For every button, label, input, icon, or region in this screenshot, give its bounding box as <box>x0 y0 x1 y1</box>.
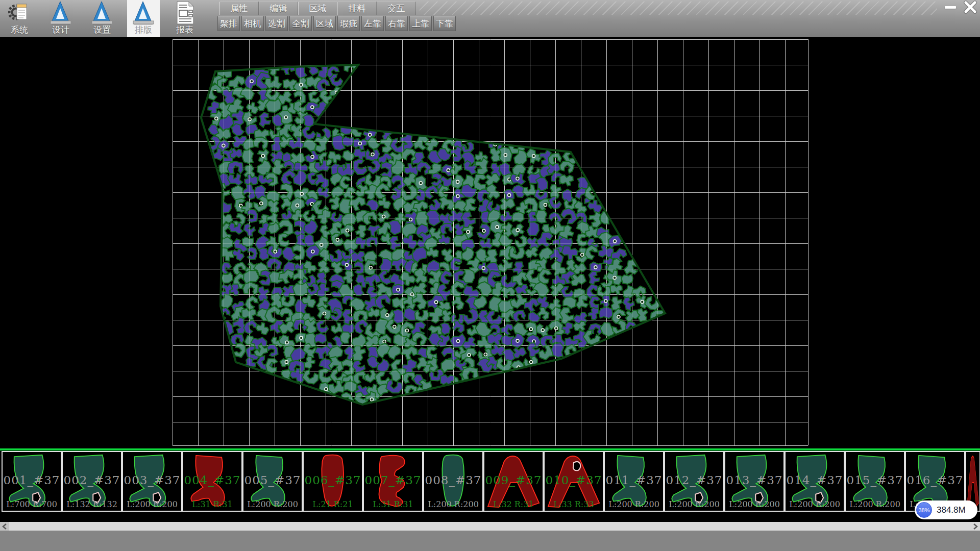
set-square-icon <box>91 1 113 24</box>
piece-label: 008_#37 <box>424 473 482 487</box>
main-button-settings[interactable]: 设置 <box>86 0 118 37</box>
bottom-filler-bar <box>0 531 980 551</box>
minimize-icon <box>945 6 956 9</box>
app-window: 系统 设计 设置 排版 报表 属性编辑区域排料交互 聚排相机选割全割区域瑕疵左靠… <box>0 0 980 551</box>
piece-thumbnail-12[interactable]: 012_#37 L:200 R:200 <box>664 451 724 512</box>
piece-label: 014_#37 <box>786 473 844 487</box>
memory-value: 384.8M <box>937 505 966 515</box>
piece-lr-count: L:200 R:200 <box>665 499 723 509</box>
horizontal-scrollbar[interactable] <box>0 522 980 531</box>
tool-button-3[interactable]: 选割 <box>265 16 288 31</box>
window-controls <box>943 0 979 14</box>
piece-label: 005_#37 <box>243 473 302 487</box>
chevron-right-icon <box>973 523 978 530</box>
menu-tab-row: 属性编辑区域排料交互 <box>219 2 416 15</box>
close-icon <box>963 1 978 14</box>
piece-thumbnail-9[interactable]: 009_#37 L:32 R:31 <box>483 451 544 512</box>
piece-lr-count: L:200 R:200 <box>605 499 663 509</box>
main-button-label: 报表 <box>176 24 193 36</box>
piece-thumbnail-4[interactable]: 004_#37 L:31 R:31 <box>182 451 242 512</box>
menu-tab-3[interactable]: 区域 <box>298 2 337 15</box>
menu-tab-2[interactable]: 编辑 <box>259 2 298 15</box>
percent-indicator: 38% <box>916 502 932 518</box>
tool-button-row: 聚排相机选割全割区域瑕疵左靠右靠上靠下靠 <box>217 16 456 31</box>
toolbar: 系统 设计 设置 排版 报表 属性编辑区域排料交互 聚排相机选割全割区域瑕疵左靠… <box>0 0 980 38</box>
piece-lr-count: L:200 R:200 <box>123 499 181 509</box>
piece-label: 016_#37 <box>906 473 964 487</box>
strip-top-line <box>0 448 980 450</box>
chevron-left-icon <box>2 523 7 530</box>
piece-lr-count: L:32 R:31 <box>484 499 543 509</box>
piece-lr-count: L:31 R:31 <box>364 499 422 509</box>
piece-thumbnail-11[interactable]: 011_#37 L:200 R:200 <box>604 451 664 512</box>
memory-status-badge: 38% 384.8M <box>915 500 977 519</box>
set-square-icon <box>50 1 72 24</box>
menu-tab-4[interactable]: 排料 <box>337 2 377 15</box>
piece-lr-count: L:132 R:132 <box>63 499 121 509</box>
piece-label: 007_#37 <box>364 473 422 487</box>
piece-label: 006_#37 <box>304 473 362 487</box>
tool-button-6[interactable]: 瑕疵 <box>337 16 360 31</box>
piece-thumbnail-2[interactable]: 002_#37 L:132 R:132 <box>62 451 122 512</box>
piece-thumbnail-7[interactable]: 007_#37 L:31 R:31 <box>363 451 423 512</box>
piece-label: 013_#37 <box>725 473 783 487</box>
menu-tab-1[interactable]: 属性 <box>219 2 259 15</box>
main-button-group: 系统 设计 设置 排版 报表 <box>3 0 201 37</box>
close-button[interactable] <box>962 0 979 14</box>
report-doc-icon <box>174 1 196 24</box>
main-button-label: 排版 <box>135 24 152 36</box>
piece-lr-count: L:200 R:200 <box>424 499 482 509</box>
piece-thumbnail-1[interactable]: 001_#37 L:700 R:700 <box>2 451 62 512</box>
piece-lr-count: L:200 R:200 <box>243 499 302 509</box>
tool-button-4[interactable]: 全割 <box>289 16 312 31</box>
piece-label: 012_#37 <box>665 473 723 487</box>
main-button-label: 设计 <box>52 24 69 36</box>
main-button-report[interactable]: 报表 <box>168 0 201 37</box>
gear-doc-icon <box>8 1 31 24</box>
tool-button-7[interactable]: 左靠 <box>361 16 384 31</box>
piece-thumbnail-10[interactable]: 010_#37 L:33 R:33 <box>544 451 604 512</box>
piece-label: 001_#37 <box>3 473 61 487</box>
scroll-right-button[interactable] <box>971 522 980 531</box>
piece-thumbnail-13[interactable]: 013_#37 L:200 R:200 <box>724 451 785 512</box>
titlebar-hatch-decoration <box>420 2 937 15</box>
tool-button-8[interactable]: 右靠 <box>385 16 408 31</box>
tool-button-10[interactable]: 下靠 <box>433 16 456 31</box>
piece-thumbnail-strip: 001_#37 L:700 R:700 002_#37 L:132 R:132 … <box>2 451 980 512</box>
tool-button-2[interactable]: 相机 <box>241 16 264 31</box>
main-button-layout[interactable]: 排版 <box>127 0 160 37</box>
piece-lr-count: L:31 R:31 <box>183 499 241 509</box>
menu-tab-5[interactable]: 交互 <box>377 2 416 15</box>
main-button-label: 系统 <box>11 24 28 36</box>
piece-label: 009_#37 <box>484 473 543 487</box>
piece-thumbnail-15[interactable]: 015_#37 L:200 R:200 <box>845 451 905 512</box>
piece-label: 003_#37 <box>123 473 181 487</box>
piece-lr-count: L:21 R:21 <box>304 499 362 509</box>
piece-label: 010_#37 <box>545 473 603 487</box>
piece-thumbnail-3[interactable]: 003_#37 L:200 R:200 <box>122 451 182 512</box>
piece-lr-count: L:700 R:700 <box>3 499 61 509</box>
piece-thumbnail-8[interactable]: 008_#37 L:200 R:200 <box>423 451 483 512</box>
piece-thumbnail-5[interactable]: 005_#37 L:200 R:200 <box>242 451 303 512</box>
main-button-system[interactable]: 系统 <box>3 0 36 37</box>
piece-label: 002_#37 <box>63 473 121 487</box>
tool-button-9[interactable]: 上靠 <box>409 16 432 31</box>
piece-lr-count: L:200 R:200 <box>786 499 844 509</box>
minimize-button[interactable] <box>943 1 958 13</box>
piece-thumbnail-6[interactable]: 006_#37 L:21 R:21 <box>303 451 363 512</box>
tool-button-1[interactable]: 聚排 <box>217 16 240 31</box>
main-button-design[interactable]: 设计 <box>44 0 77 37</box>
piece-label: 004_#37 <box>183 473 241 487</box>
piece-label: 015_#37 <box>846 473 904 487</box>
piece-lr-count: L:200 R:200 <box>725 499 783 509</box>
main-button-label: 设置 <box>93 24 111 36</box>
scroll-left-button[interactable] <box>0 522 9 531</box>
set-square-icon <box>132 1 155 24</box>
piece-thumbnail-14[interactable]: 014_#37 L:200 R:200 <box>785 451 845 512</box>
piece-lr-count: L:33 R:33 <box>545 499 603 509</box>
nesting-canvas[interactable] <box>0 37 980 448</box>
tool-button-5[interactable]: 区域 <box>313 16 336 31</box>
piece-label: 011_#37 <box>605 473 663 487</box>
piece-lr-count: L:200 R:200 <box>846 499 904 509</box>
